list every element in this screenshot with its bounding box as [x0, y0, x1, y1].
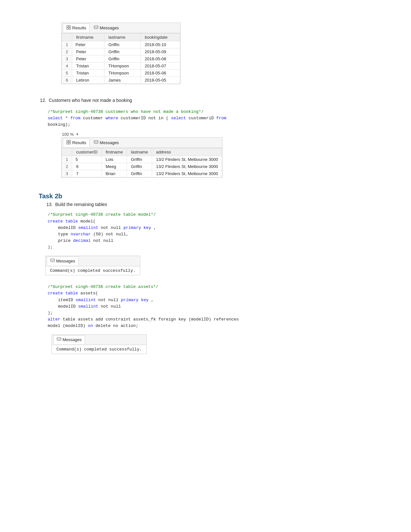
table-row: 15LoisGriffin13/2 Flinders St, Melbourne…	[62, 156, 222, 163]
tab-results-2[interactable]: Results	[63, 138, 90, 147]
row-address-cell: 13/2 Flinders St, Melbourne 3000	[152, 156, 222, 163]
table-row: 2PeterGriffin2018-05-09	[62, 48, 180, 55]
row-bookingdate-cell: 2018-05-07	[141, 63, 180, 70]
code-model-notnull1: not null	[101, 225, 123, 230]
svg-rect-2	[67, 28, 68, 29]
code-model-modelname: model(	[80, 219, 95, 224]
row-bookingdate-cell: 2018-05-05	[141, 77, 180, 84]
row-firstname-cell: Peter	[72, 55, 104, 63]
table-row: 1PeterGriffin2018-05-10	[62, 41, 180, 48]
results-tabs-top: Results Messages	[62, 23, 180, 33]
table-row: 6LebronJames2018-05-05	[62, 77, 180, 84]
code-model-comment: /*Gurpreet singh-40738 create table mode…	[48, 212, 156, 217]
code12-from: from	[70, 116, 80, 121]
code-assets-table: table	[65, 291, 78, 296]
row-num-cell: 2	[62, 163, 72, 170]
code-assets-model-ref: model (modelID)	[48, 323, 88, 328]
code-model-table2: table	[65, 219, 78, 224]
row-num-cell: 1	[62, 156, 72, 163]
row-num-cell: 1	[62, 41, 72, 48]
messages-icon-tab2	[57, 337, 61, 342]
section12-heading: 12. Customers who have not made a bookin…	[39, 98, 132, 103]
tab-results-top-label: Results	[72, 25, 86, 30]
code-assets-delete: delete no action;	[95, 323, 138, 328]
messages-tab-1-label: Messages	[56, 259, 75, 263]
svg-rect-6	[69, 140, 71, 142]
row-firstname-cell: Tristan	[72, 63, 104, 70]
code-assets-notnull1: not null	[98, 298, 121, 302]
messages-icon-2	[94, 140, 98, 145]
messages-icon-tab1	[50, 258, 55, 264]
tab-messages-top[interactable]: Messages	[90, 24, 122, 32]
svg-rect-4	[94, 26, 98, 29]
tab-messages-top-label: Messages	[100, 25, 119, 30]
code12-from2: from	[216, 116, 226, 121]
code-assets-smallint2: smallint	[78, 304, 98, 309]
row-firstname-cell: Lois	[102, 156, 127, 163]
code12-select: select	[48, 116, 63, 121]
col2-firstname-header: firstname	[102, 148, 127, 156]
tab-results-top[interactable]: Results	[63, 24, 90, 32]
top-results-table: firstname lastname bookingdate 1PeterGri…	[62, 33, 180, 84]
svg-rect-9	[94, 141, 98, 143]
zoom-arrow-icon: ▼	[76, 133, 79, 136]
row-num-cell: 5	[62, 70, 72, 77]
code-assets-on: on	[88, 323, 93, 328]
svg-rect-7	[67, 143, 68, 144]
col2-lastname-header: lastname	[127, 148, 152, 156]
row-lastname-cell: Griffin	[127, 170, 152, 177]
col2-customerid-header: customerID	[72, 148, 102, 156]
code-assets-comma1: ,	[151, 298, 154, 302]
svg-rect-1	[69, 25, 71, 27]
row-customerID-cell: 6	[72, 163, 102, 170]
row-firstname-cell: Meeg	[102, 163, 127, 170]
code-assets-alter-table: table assets add constraint assets_fk fo…	[63, 317, 239, 322]
row-firstname-cell: Tristan	[72, 70, 104, 77]
row-bookingdate-cell: 2018-05-10	[141, 41, 180, 48]
code-model-modelid: modelID	[58, 225, 78, 230]
row-address-cell: 13/2 Flinders St, Melbourne 3000	[152, 170, 222, 177]
row-lastname-cell: Griffin	[127, 163, 152, 170]
row-firstname-cell: Peter	[72, 48, 104, 55]
row-lastname-cell: James	[104, 77, 141, 84]
row-customerID-cell: 5	[72, 156, 102, 163]
messages-tab-row-2: Messages	[52, 335, 146, 345]
col-num-header	[62, 34, 72, 41]
messages-tab-1[interactable]: Messages	[47, 257, 79, 265]
row-lastname-cell: Griffin	[104, 41, 141, 48]
tab-messages-2[interactable]: Messages	[90, 138, 122, 147]
messages-panel-1: Messages Command(s) completed successful…	[45, 256, 140, 275]
col-bookingdate-header: bookingdate	[141, 34, 180, 41]
row-lastname-cell: THompson	[104, 70, 141, 77]
code12-star: *	[65, 116, 71, 121]
row-lastname-cell: Griffin	[104, 55, 141, 63]
row-lastname-cell: THompson	[104, 63, 141, 70]
row-customerID-cell: 7	[72, 170, 102, 177]
table-row: 26MeegGriffin13/2 Flinders St, Melbourne…	[62, 163, 222, 170]
code-block-model: /*Gurpreet singh-40738 create table mode…	[45, 212, 392, 251]
col2-address-header: address	[152, 148, 222, 156]
results-tabs-2: Results Messages	[62, 138, 222, 148]
code-model-nvarchar: nvarchar	[71, 232, 91, 237]
tab-results-2-label: Results	[72, 140, 86, 145]
row-lastname-cell: Griffin	[127, 156, 152, 163]
row-num-cell: 3	[62, 170, 72, 177]
code12-customer: customer	[83, 116, 105, 121]
code-model-price: price	[58, 238, 73, 243]
row-num-cell: 2	[62, 48, 72, 55]
task2b-heading: Task 2b	[39, 192, 392, 200]
messages-tab-2[interactable]: Messages	[53, 335, 85, 344]
col-firstname-header: firstname	[72, 34, 104, 41]
code12-comment: /*Gurpreet singh-40738 customers who hav…	[48, 109, 204, 114]
messages-icon-top	[94, 25, 98, 31]
code-block-12: /*Gurpreet singh-40738 customers who hav…	[45, 109, 392, 128]
row-num-cell: 4	[62, 63, 72, 70]
code-model-type: type	[58, 232, 71, 237]
row-lastname-cell: Griffin	[104, 48, 141, 55]
code-assets-notnull2: not null	[101, 304, 121, 309]
code-assets-smallint1: smallint	[76, 298, 96, 302]
code-model-primary: primary key	[123, 225, 151, 230]
code12-select2: select	[171, 116, 186, 121]
svg-rect-3	[69, 28, 71, 29]
svg-rect-5	[67, 140, 68, 142]
